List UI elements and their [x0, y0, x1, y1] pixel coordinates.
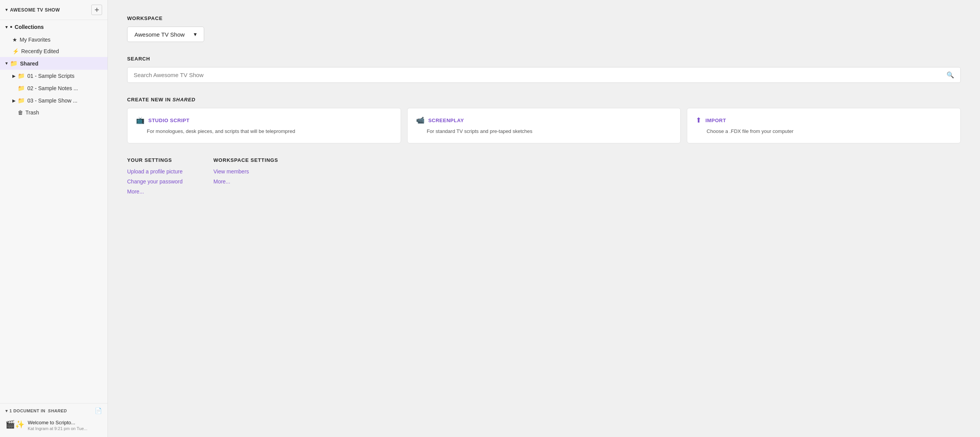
search-icon: 🔍 [946, 71, 954, 79]
workspace-section: WORKSPACE Awesome TV Show ▾ [127, 15, 961, 42]
settings-row: YOUR SETTINGS Upload a profile picture C… [127, 157, 961, 198]
doc-title: Welcome to Scripto... [28, 420, 87, 425]
card1-title: STUDIO SCRIPT [148, 118, 190, 123]
recently-edited-item[interactable]: ⚡ Recently Edited [0, 45, 107, 57]
search-input[interactable] [134, 72, 943, 78]
recently-edited-label: Recently Edited [21, 48, 59, 54]
sidebar: ▾ AWESOME TV SHOW ＋ ▾ ▪ Collections ★ My… [0, 0, 108, 437]
change-password-link[interactable]: Change your password [127, 178, 183, 185]
folder-icon: 📁 [10, 60, 18, 67]
add-icon[interactable]: ＋ [91, 5, 102, 15]
your-settings-title: YOUR SETTINGS [127, 157, 183, 163]
bolt-icon: ⚡ [12, 48, 19, 54]
card1-desc: For monologues, desk pieces, and scripts… [136, 128, 392, 135]
search-input-wrap[interactable]: 🔍 [127, 67, 961, 83]
collections-header[interactable]: ▾ ▪ Collections [0, 20, 107, 34]
doc-item[interactable]: 🎬✨ Welcome to Scripto... Kat Ingram at 9… [5, 417, 102, 433]
create-section-label: CREATE NEW IN SHARED [127, 97, 961, 103]
folder-01-item[interactable]: ▶ 📁 01 - Sample Scripts [0, 70, 107, 82]
folder-03-item[interactable]: ▶ 📁 03 - Sample Show ... [0, 94, 107, 107]
chevron-down-icon: ▾ [5, 7, 8, 12]
new-doc-icon[interactable]: 📄 [95, 407, 102, 414]
my-favorites-label: My Favorites [20, 37, 50, 43]
chevron-icon: ▾ [5, 25, 8, 30]
card2-title: SCREENPLAY [428, 118, 464, 123]
sidebar-workspace-header[interactable]: ▾ AWESOME TV SHOW ＋ [0, 0, 107, 20]
camera-icon: 📹 [416, 116, 425, 124]
chevron-down-icon: ▾ [5, 61, 8, 66]
folder-icon-02: 📁 [18, 85, 25, 92]
folder-01-label: 01 - Sample Scripts [27, 73, 74, 79]
workspace-settings-title: WORKSPACE SETTINGS [213, 157, 278, 163]
search-section: SEARCH 🔍 [127, 56, 961, 83]
sidebar-footer: ▾ 1 DOCUMENT IN SHARED 📄 🎬✨ Welcome to S… [0, 403, 107, 437]
import-card[interactable]: ⬆ IMPORT Choose a .FDX file from your co… [687, 108, 961, 143]
chevron-down-footer-icon: ▾ [5, 408, 8, 413]
chevron-right-icon-03: ▶ [12, 98, 15, 103]
card3-title: IMPORT [705, 118, 726, 123]
trash-icon: 🗑 [18, 109, 23, 116]
footer-header[interactable]: ▾ 1 DOCUMENT IN SHARED 📄 [5, 407, 102, 417]
doc-info: Welcome to Scripto... Kat Ingram at 9:21… [28, 420, 87, 431]
workspace-title: AWESOME TV SHOW [10, 7, 60, 13]
import-icon: ⬆ [696, 116, 701, 124]
search-section-label: SEARCH [127, 56, 961, 62]
doc-icon: 🎬✨ [5, 420, 25, 429]
collections-icon: ▪ [10, 23, 12, 31]
collections-label: Collections [15, 24, 44, 30]
folder-icon-03: 📁 [18, 97, 25, 104]
workspace-dropdown-label: Awesome TV Show [134, 31, 185, 38]
footer-label: 1 DOCUMENT IN SHARED [10, 408, 67, 413]
chevron-right-icon: ▶ [12, 74, 15, 79]
workspace-settings-section: WORKSPACE SETTINGS View members More... [213, 157, 278, 198]
card2-desc: For standard TV scripts and pre-taped sk… [416, 128, 672, 135]
dropdown-chevron-icon: ▾ [194, 31, 197, 38]
trash-label: Trash [25, 109, 39, 116]
more-settings-link[interactable]: More... [127, 188, 183, 195]
trash-item[interactable]: 🗑 Trash [0, 107, 107, 118]
card3-header: ⬆ IMPORT [696, 116, 952, 124]
folder-02-label: 02 - Sample Notes ... [27, 85, 78, 91]
studio-script-card[interactable]: 📺 STUDIO SCRIPT For monologues, desk pie… [127, 108, 401, 143]
folder-03-label: 03 - Sample Show ... [27, 97, 77, 104]
more-workspace-link[interactable]: More... [213, 178, 278, 185]
card2-header: 📹 SCREENPLAY [416, 116, 672, 124]
workspace-section-label: WORKSPACE [127, 15, 961, 21]
card1-header: 📺 STUDIO SCRIPT [136, 116, 392, 124]
tv-icon: 📺 [136, 116, 144, 124]
doc-subtitle: Kat Ingram at 9:21 pm on Tue... [28, 426, 87, 431]
create-cards: 📺 STUDIO SCRIPT For monologues, desk pie… [127, 108, 961, 143]
upload-profile-link[interactable]: Upload a profile picture [127, 168, 183, 175]
folder-icon-01: 📁 [18, 72, 25, 79]
create-section: CREATE NEW IN SHARED 📺 STUDIO SCRIPT For… [127, 97, 961, 143]
folder-02-item[interactable]: 📁 02 - Sample Notes ... [0, 82, 107, 94]
shared-label: Shared [20, 61, 38, 67]
screenplay-card[interactable]: 📹 SCREENPLAY For standard TV scripts and… [407, 108, 681, 143]
star-icon: ★ [12, 37, 17, 43]
workspace-dropdown[interactable]: Awesome TV Show ▾ [127, 27, 204, 42]
my-favorites-item[interactable]: ★ My Favorites [0, 34, 107, 45]
card3-desc: Choose a .FDX file from your computer [696, 128, 952, 135]
shared-item[interactable]: ▾ 📁 Shared [0, 57, 107, 70]
main-content: WORKSPACE Awesome TV Show ▾ SEARCH 🔍 CRE… [108, 0, 980, 437]
your-settings-section: YOUR SETTINGS Upload a profile picture C… [127, 157, 183, 198]
view-members-link[interactable]: View members [213, 168, 278, 175]
